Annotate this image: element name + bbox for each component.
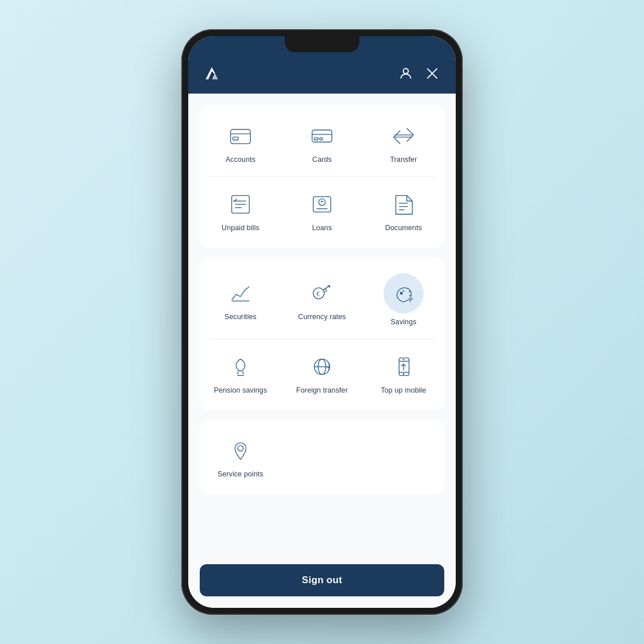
svg-rect-5 (231, 130, 251, 144)
menu-grid-3: Securities € $ Currency ra (200, 263, 444, 336)
empty-cell-1 (281, 425, 363, 488)
menu-item-cards[interactable]: Cards (281, 111, 363, 174)
phone-notch (285, 36, 359, 52)
top-up-mobile-label: Top up mobile (381, 386, 426, 394)
service-points-label: Service points (218, 470, 263, 478)
menu-item-securities[interactable]: Securities (200, 263, 281, 336)
svg-point-38 (238, 445, 243, 451)
phone-screen: Accounts Cards (188, 36, 456, 608)
foreign-transfer-label: Foreign transfer (296, 386, 348, 394)
foreign-transfer-icon (307, 352, 337, 382)
menu-item-transfer[interactable]: Transfer (363, 111, 444, 174)
cards-icon (307, 121, 337, 151)
loans-label: Loans (312, 224, 332, 232)
svg-rect-6 (233, 137, 239, 140)
divider-1 (209, 176, 435, 177)
currency-rates-icon: € $ (307, 278, 337, 308)
menu-item-top-up-mobile[interactable]: Top up mobile (363, 342, 444, 405)
securities-icon (226, 278, 255, 308)
cards-label: Cards (312, 156, 332, 164)
menu-grid-5: Service points (200, 425, 444, 488)
menu-item-service-points[interactable]: Service points (200, 425, 281, 488)
svg-marker-1 (212, 71, 218, 79)
menu-section-1: Accounts Cards (200, 105, 444, 248)
svg-rect-8 (315, 138, 319, 140)
menu-item-currency-rates[interactable]: € $ Currency rates (281, 263, 363, 336)
savings-icon (383, 273, 424, 313)
signout-button[interactable]: Sign out (200, 564, 444, 596)
svg-text:€: € (316, 290, 320, 297)
menu-grid-1: Accounts Cards (200, 111, 444, 174)
top-up-mobile-icon (389, 352, 418, 382)
menu-item-documents[interactable]: Documents (363, 179, 444, 242)
service-points-icon (226, 436, 255, 465)
documents-icon (389, 189, 418, 219)
svg-point-27 (400, 292, 403, 295)
menu-item-savings[interactable]: Savings (363, 263, 444, 336)
menu-item-pension-savings[interactable]: Pension savings (200, 342, 281, 405)
empty-cell-2 (363, 425, 444, 488)
svg-point-2 (404, 68, 409, 73)
menu-content: Accounts Cards (188, 94, 456, 555)
accounts-label: Accounts (226, 156, 255, 164)
transfer-label: Transfer (390, 156, 417, 164)
logo (204, 66, 219, 81)
close-menu-button[interactable] (425, 66, 440, 81)
accounts-icon (226, 121, 255, 151)
loans-icon (307, 189, 337, 219)
signout-wrapper: Sign out (188, 555, 456, 608)
menu-item-loans[interactable]: Loans (281, 179, 363, 242)
phone-frame: Accounts Cards (181, 29, 463, 615)
header-actions (398, 66, 440, 81)
divider-2 (209, 339, 435, 339)
menu-grid-2: Unpaid bills Loans (200, 179, 444, 242)
svg-point-36 (403, 373, 405, 375)
pension-savings-icon (226, 352, 255, 382)
menu-grid-4: Pension savings Foreign (200, 342, 444, 405)
unpaid-bills-label: Unpaid bills (222, 224, 259, 232)
pension-savings-label: Pension savings (214, 386, 267, 394)
unpaid-bills-icon (226, 189, 255, 219)
menu-section-5: Service points (200, 420, 444, 494)
menu-section-3: Securities € $ Currency ra (200, 257, 444, 410)
svg-rect-9 (320, 138, 323, 140)
menu-item-unpaid-bills[interactable]: Unpaid bills (200, 179, 281, 242)
menu-item-foreign-transfer[interactable]: Foreign transfer (281, 342, 363, 405)
svg-point-17 (319, 199, 325, 205)
savings-label: Savings (390, 318, 416, 326)
transfer-icon (389, 121, 418, 151)
svg-rect-32 (399, 358, 409, 376)
documents-label: Documents (385, 224, 422, 232)
currency-rates-label: Currency rates (298, 313, 346, 321)
securities-label: Securities (224, 313, 257, 321)
menu-item-accounts[interactable]: Accounts (200, 111, 281, 174)
user-profile-button[interactable] (398, 66, 413, 81)
